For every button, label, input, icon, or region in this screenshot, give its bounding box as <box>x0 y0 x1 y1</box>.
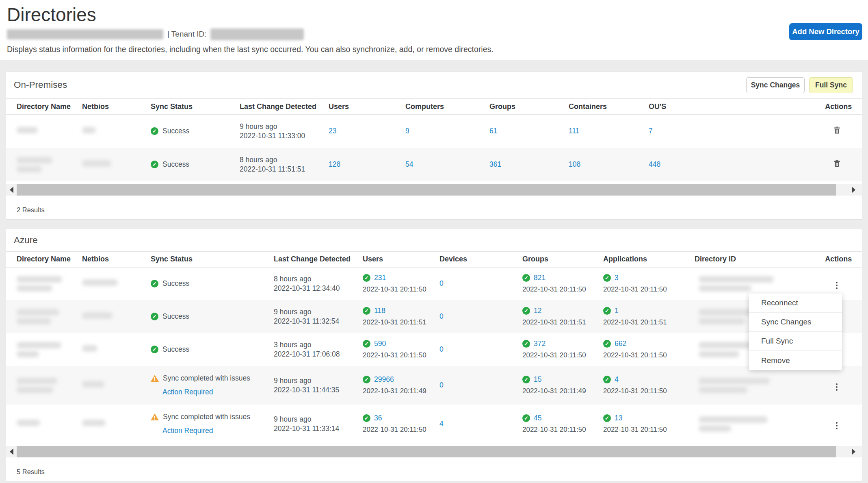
full-sync-button[interactable]: Full Sync <box>809 77 853 93</box>
users-count-link[interactable]: 23 <box>329 127 336 135</box>
users-count-link[interactable]: 118 <box>374 307 385 315</box>
redacted-netbios <box>82 381 104 387</box>
scroll-right-icon <box>852 448 855 455</box>
horizontal-scrollbar[interactable] <box>6 446 862 457</box>
redacted-netbios <box>82 312 113 319</box>
groups-count-link[interactable]: 12 <box>534 307 541 315</box>
success-icon: ✓ <box>151 127 158 135</box>
success-icon: ✓ <box>603 414 611 422</box>
add-new-directory-button[interactable]: Add New Directory <box>789 23 862 40</box>
action-required-link[interactable]: Action Required <box>162 426 213 435</box>
scroll-left-icon <box>10 448 13 455</box>
column-header-users: Users <box>363 251 439 267</box>
scroll-thumb[interactable] <box>17 184 836 196</box>
redacted-netbios <box>82 127 96 133</box>
success-icon: ✓ <box>603 274 611 282</box>
column-header-directory-name: Directory Name <box>6 99 82 115</box>
containers-count-link[interactable]: 111 <box>569 127 580 135</box>
last-change-timestamp: 2022-10-31 11:33:14 <box>274 424 363 433</box>
last-change-timestamp: 2022-10-31 11:32:54 <box>274 317 363 326</box>
redacted-directory-id <box>695 378 815 393</box>
groups-count-link[interactable]: 372 <box>534 339 545 348</box>
onprem-header-row: Directory Name Netbios Sync Status Last … <box>6 99 862 115</box>
delete-directory-button[interactable] <box>833 126 840 135</box>
onprem-panel: On-Premises Sync Changes Full Sync Direc… <box>6 71 862 220</box>
sync-changes-button[interactable]: Sync Changes <box>746 77 805 93</box>
applications-count-link[interactable]: 4 <box>615 375 619 384</box>
page-header: Directories | Tenant ID: Displays status… <box>0 0 868 60</box>
menu-item-reconnect[interactable]: Reconnect <box>749 294 842 313</box>
devices-count-link[interactable]: 0 <box>439 345 444 353</box>
delete-directory-button[interactable] <box>833 159 840 169</box>
last-change-timestamp: 2022-10-31 17:06:08 <box>274 350 363 359</box>
row-actions-menu-button[interactable] <box>834 420 839 431</box>
last-change-timestamp: 2022-10-31 11:51:51 <box>240 165 329 174</box>
success-icon: ✓ <box>522 307 530 315</box>
redacted-directory-name <box>17 378 82 393</box>
row-actions-menu-button[interactable] <box>834 280 839 291</box>
applications-sync-timestamp: 2022-10-31 20:11:50 <box>603 426 695 434</box>
last-change-relative: 9 hours ago <box>240 122 329 131</box>
applications-count-link[interactable]: 1 <box>615 307 619 315</box>
warning-icon <box>151 375 159 382</box>
ous-count-link[interactable]: 7 <box>649 127 653 135</box>
users-count-link[interactable]: 29966 <box>374 375 394 384</box>
applications-count-link[interactable]: 3 <box>615 274 619 282</box>
devices-count-link[interactable]: 0 <box>439 279 444 287</box>
column-header-last-change: Last Change Detected <box>240 99 329 115</box>
containers-count-link[interactable]: 108 <box>569 160 580 168</box>
last-change-relative: 8 hours ago <box>274 274 363 283</box>
row-actions-menu: Reconnect Sync Changes Full Sync Remove <box>749 294 842 370</box>
groups-count-link[interactable]: 61 <box>489 127 497 135</box>
devices-count-link[interactable]: 0 <box>439 312 444 320</box>
row-actions-menu-button[interactable] <box>834 382 839 392</box>
applications-count-link[interactable]: 662 <box>615 339 626 348</box>
menu-item-sync-changes[interactable]: Sync Changes <box>749 313 842 332</box>
redacted-directory-id <box>695 276 815 292</box>
scroll-left-button[interactable] <box>6 184 17 196</box>
groups-count-link[interactable]: 15 <box>534 375 541 384</box>
users-count-link[interactable]: 36 <box>374 414 382 422</box>
menu-item-remove[interactable]: Remove <box>749 351 842 370</box>
groups-count-link[interactable]: 45 <box>534 414 541 422</box>
scroll-right-button[interactable] <box>848 446 862 457</box>
groups-count-link[interactable]: 361 <box>489 160 501 168</box>
applications-count-link[interactable]: 13 <box>615 414 622 422</box>
table-row: Sync completed with issuesAction Require… <box>6 366 862 405</box>
scroll-right-icon <box>852 187 855 193</box>
computers-count-link[interactable]: 54 <box>405 160 413 168</box>
success-icon: ✓ <box>363 414 370 422</box>
last-change-relative: 3 hours ago <box>274 340 363 349</box>
redacted-netbios <box>82 279 118 286</box>
redacted-directory-name <box>17 309 82 324</box>
horizontal-scrollbar[interactable] <box>6 184 862 196</box>
devices-count-link[interactable]: 4 <box>439 420 444 428</box>
users-count-link[interactable]: 128 <box>329 160 340 168</box>
devices-count-link[interactable]: 0 <box>439 381 444 389</box>
scroll-left-icon <box>10 187 13 193</box>
column-header-directory-name: Directory Name <box>6 251 82 267</box>
sync-status: ✓Success <box>151 279 274 288</box>
results-count: 2 Results <box>6 201 862 219</box>
action-required-link[interactable]: Action Required <box>162 388 213 396</box>
computers-count-link[interactable]: 9 <box>405 127 409 135</box>
ous-count-link[interactable]: 448 <box>649 160 660 168</box>
scroll-right-button[interactable] <box>848 184 862 196</box>
menu-item-full-sync[interactable]: Full Sync <box>749 332 842 351</box>
success-icon: ✓ <box>603 307 611 315</box>
azure-header-row: Directory Name Netbios Sync Status Last … <box>6 251 862 267</box>
users-count-link[interactable]: 231 <box>374 274 386 282</box>
success-icon: ✓ <box>363 376 370 383</box>
users-count-link[interactable]: 590 <box>374 339 386 348</box>
column-header-last-change: Last Change Detected <box>274 251 363 267</box>
scroll-left-button[interactable] <box>6 446 17 457</box>
table-row: ✓Success 8 hours ago2022-10-31 12:34:40 … <box>6 267 862 300</box>
groups-sync-timestamp: 2022-10-31 20:11:50 <box>522 426 603 434</box>
redacted-netbios <box>82 420 106 426</box>
redacted-directory-id <box>695 416 815 432</box>
success-icon: ✓ <box>522 340 530 348</box>
scroll-thumb[interactable] <box>17 446 836 457</box>
groups-count-link[interactable]: 821 <box>534 274 545 282</box>
sync-status: ✓Success <box>151 160 240 169</box>
users-sync-timestamp: 2022-10-31 20:11:50 <box>363 351 439 359</box>
